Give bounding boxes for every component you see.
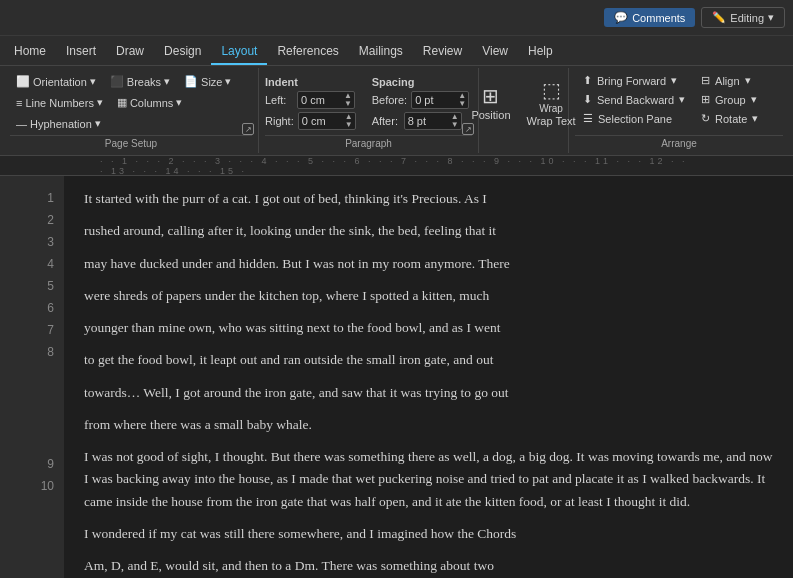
tab-layout[interactable]: Layout xyxy=(211,39,267,65)
spacing-after-spinner: ▲ ▼ xyxy=(449,113,461,129)
tab-view[interactable]: View xyxy=(472,39,518,65)
para-1: It started with the purr of a cat. I got… xyxy=(84,188,773,210)
send-backward-button[interactable]: ⬇ Send Backward ▾ xyxy=(575,91,693,108)
position-icon: ⊞ xyxy=(482,84,499,108)
para-10: Am, D, and E, would sit, and then to a D… xyxy=(84,555,773,577)
ruler: · · 1 · · · 2 · · · 3 · · · 4 · · · 5 · … xyxy=(0,156,793,176)
chevron-down-icon: ▾ xyxy=(225,75,231,88)
breaks-button[interactable]: ⬛ Breaks ▾ xyxy=(104,72,176,91)
document-area: 1 2 3 4 5 6 7 8 9 10 It started with the… xyxy=(0,176,793,578)
line-numbers-button[interactable]: ≡ Line Numbers ▾ xyxy=(10,93,109,112)
arrow-indicator xyxy=(64,452,74,489)
line-num-block xyxy=(51,364,54,454)
bring-forward-button[interactable]: ⬆ Bring Forward ▾ xyxy=(575,72,693,89)
columns-icon: ▦ xyxy=(117,96,127,109)
para-4: were shreds of papers under the kitchen … xyxy=(84,285,773,307)
page-setup-dialog-button[interactable]: ↗ xyxy=(242,123,254,135)
tab-insert[interactable]: Insert xyxy=(56,39,106,65)
tab-references[interactable]: References xyxy=(267,39,348,65)
chevron-down-icon: ▾ xyxy=(752,112,758,125)
orientation-button[interactable]: ⬜ Orientation ▾ xyxy=(10,72,102,91)
ruler-inner: · · 1 · · · 2 · · · 3 · · · 4 · · · 5 · … xyxy=(100,156,693,176)
chevron-down-icon: ▾ xyxy=(164,75,170,88)
indent-left-spinner: ▲ ▼ xyxy=(342,92,354,108)
line-num-1: 1 xyxy=(47,188,54,210)
selection-pane-button[interactable]: ☰ Selection Pane xyxy=(575,110,693,127)
bring-forward-icon: ⬆ xyxy=(583,74,592,87)
para-7: towards… Well, I got around the iron gat… xyxy=(84,382,773,404)
chevron-down-icon: ▾ xyxy=(90,75,96,88)
line-num-8: 8 xyxy=(47,342,54,364)
tab-home[interactable]: Home xyxy=(4,39,56,65)
position-button[interactable]: ⊞ Position xyxy=(465,82,516,123)
tab-draw[interactable]: Draw xyxy=(106,39,154,65)
chevron-down-icon: ▾ xyxy=(745,74,751,87)
group-button[interactable]: ⊞ Group ▾ xyxy=(693,91,773,108)
size-button[interactable]: 📄 Size ▾ xyxy=(178,72,237,91)
line-num-4: 4 xyxy=(47,254,54,276)
para-3: may have ducked under and hidden. But I … xyxy=(84,253,773,275)
indent-right-row: Right: ▲ ▼ xyxy=(265,112,356,130)
para-6: to get the food bowl, it leapt out and r… xyxy=(84,349,773,371)
ribbon-tabs: Home Insert Draw Design Layout Reference… xyxy=(0,36,793,66)
indent-right-input-wrap: ▲ ▼ xyxy=(298,112,356,130)
tab-review[interactable]: Review xyxy=(413,39,472,65)
spacing-before-row: Before: ▲ ▼ xyxy=(372,91,469,109)
line-num-9: 9 xyxy=(47,454,54,476)
indent-group: Indent Left: ▲ ▼ Right: xyxy=(265,76,356,130)
indent-left-row: Left: ▲ ▼ xyxy=(265,91,356,109)
spacing-before-input-wrap: ▲ ▼ xyxy=(411,91,469,109)
arrange-col-1: ⬆ Bring Forward ▾ ⬇ Send Backward ▾ ☰ Se… xyxy=(575,72,693,133)
line-numbers: 1 2 3 4 5 6 7 8 9 10 xyxy=(0,176,64,578)
line-numbers-icon: ≡ xyxy=(16,97,22,109)
para-5: younger than mine own, who was sitting n… xyxy=(84,317,773,339)
arrange-label: Arrange xyxy=(575,135,783,149)
tab-design[interactable]: Design xyxy=(154,39,211,65)
spacing-before-input[interactable] xyxy=(412,92,456,108)
spacing-after-down[interactable]: ▼ xyxy=(449,121,461,129)
indent-left-input[interactable] xyxy=(298,92,342,108)
paragraph-group: Indent Left: ▲ ▼ Right: xyxy=(259,68,479,153)
comments-button[interactable]: 💬 Comments xyxy=(604,8,695,27)
rotate-button[interactable]: ↻ Rotate ▾ xyxy=(693,110,773,127)
chevron-down-icon: ▾ xyxy=(176,96,182,109)
chevron-down-icon: ▾ xyxy=(751,93,757,106)
position-wrap-group: ⊞ Position ⬚ Wrap Wrap Text . xyxy=(479,68,569,153)
paragraph-dialog-button[interactable]: ↗ xyxy=(462,123,474,135)
ruler-marks: · · 1 · · · 2 · · · 3 · · · 4 · · · 5 · … xyxy=(100,156,693,176)
tab-help[interactable]: Help xyxy=(518,39,563,65)
line-num-7: 7 xyxy=(47,320,54,342)
align-button[interactable]: ⊟ Align ▾ xyxy=(693,72,773,89)
para-2: rushed around, calling after it, looking… xyxy=(84,220,773,242)
hyphenation-button[interactable]: — Hyphenation ▾ xyxy=(10,114,107,133)
orientation-icon: ⬜ xyxy=(16,75,30,88)
indent-title: Indent xyxy=(265,76,356,88)
spacing-title: Spacing xyxy=(372,76,469,88)
editing-button[interactable]: ✏️ Editing ▾ xyxy=(701,7,785,28)
group-icon: ⊞ xyxy=(701,93,710,106)
block-paragraph: I was not good of sight, I thought. But … xyxy=(84,446,773,513)
line-num-5: 5 xyxy=(47,276,54,298)
indent-right-down[interactable]: ▼ xyxy=(343,121,355,129)
line-num-10: 10 xyxy=(41,476,54,498)
indent-left-down[interactable]: ▼ xyxy=(342,100,354,108)
indent-right-input[interactable] xyxy=(299,113,343,129)
pencil-icon: ✏️ xyxy=(712,11,726,24)
top-bar: 💬 Comments ✏️ Editing ▾ xyxy=(0,0,793,36)
paragraph-label: Paragraph xyxy=(265,135,472,149)
line-num-6: 6 xyxy=(47,298,54,320)
tab-mailings[interactable]: Mailings xyxy=(349,39,413,65)
size-icon: 📄 xyxy=(184,75,198,88)
align-icon: ⊟ xyxy=(701,74,710,87)
breaks-icon: ⬛ xyxy=(110,75,124,88)
page-setup-group: ⬜ Orientation ▾ ⬛ Breaks ▾ 📄 Size ▾ ≡ Li… xyxy=(4,68,259,153)
document-content[interactable]: It started with the purr of a cat. I got… xyxy=(64,176,793,578)
columns-button[interactable]: ▦ Columns ▾ xyxy=(111,93,188,112)
rotate-icon: ↻ xyxy=(701,112,710,125)
line-num-3: 3 xyxy=(47,232,54,254)
para-8: from where there was a small baby whale. xyxy=(84,414,773,436)
indent-right-label: Right: xyxy=(265,115,294,127)
spacing-after-input[interactable] xyxy=(405,113,449,129)
wrap-icon: ⬚ xyxy=(542,78,561,102)
chevron-down-icon: ▾ xyxy=(679,93,685,106)
